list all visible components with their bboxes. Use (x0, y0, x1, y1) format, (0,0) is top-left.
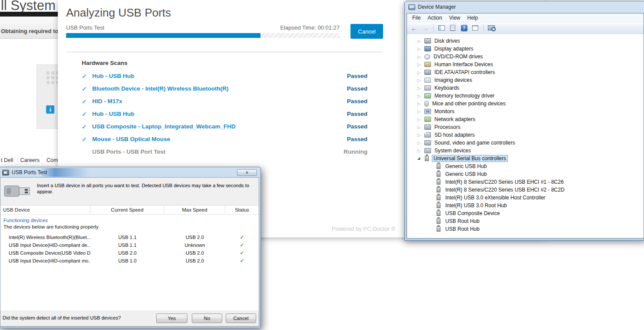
tree-item-dvd-cd-rom-drives[interactable]: ▷DVD/CD-ROM drives (407, 53, 644, 61)
help-button[interactable]: ? (459, 23, 469, 33)
tree-item-label: Generic USB Hub (444, 163, 488, 169)
usb-current-speed: USB 2.0 (90, 250, 164, 256)
tree-item-sd-host-adapters[interactable]: ▷SD host adapters (407, 131, 644, 139)
device-manager-titlebar[interactable]: Device Manager (405, 1, 644, 13)
expander-collapsed-icon[interactable]: ▷ (417, 133, 424, 138)
check-icon: ✓ (82, 73, 92, 80)
info-icon[interactable]: i (46, 105, 54, 114)
sd-host-icon (424, 132, 431, 138)
scan-status-label: Passed (347, 73, 367, 79)
usb-device-row[interactable]: USB Composite Device(USB Video D...USB 2… (0, 249, 259, 257)
column-status[interactable]: Status (225, 205, 259, 214)
usb-max-speed: Unknown (164, 242, 225, 248)
show-console-tree-button[interactable] (436, 23, 447, 33)
tree-item-monitors[interactable]: ▷Monitors (407, 108, 644, 115)
expander-collapsed-icon[interactable]: ▷ (417, 78, 424, 83)
expander-collapsed-icon[interactable]: ▷ (417, 47, 424, 51)
expander-collapsed-icon[interactable]: ▷ (417, 39, 424, 44)
help-icon: ? (461, 25, 467, 31)
tree-item-generic-usb-hub[interactable]: Generic USB Hub (407, 170, 644, 178)
tree-item-label: USB Root Hub (444, 218, 481, 224)
hardware-scans-heading: Hardware Scans (82, 60, 127, 66)
tree-item-label: IDE ATA/ATAPI controllers (433, 69, 496, 75)
column-usb-device[interactable]: USB Device (0, 205, 90, 214)
expander-expanded-icon[interactable] (417, 157, 424, 160)
scan-hardware-changes-button[interactable] (486, 23, 497, 33)
usb-device-icon (437, 179, 440, 185)
expander-collapsed-icon[interactable]: ▷ (417, 62, 424, 67)
menu-action[interactable]: Action (424, 15, 445, 21)
scan-status-label: Passed (347, 85, 367, 92)
expander-collapsed-icon[interactable]: ▷ (417, 148, 424, 153)
footer-link-contact-dell[interactable]: t Dell (1, 157, 13, 163)
usb-device-row[interactable]: USB Input Device(HID-compliant de...USB … (0, 241, 259, 249)
tree-item-intel-r-usb-3-0-root-hub[interactable]: Intel(R) USB 3.0 Root Hub (407, 202, 644, 209)
forward-button[interactable]: → (420, 23, 430, 33)
usb-device-name: USB Composite Device(USB Video D... (0, 250, 90, 256)
divider (66, 52, 383, 52)
expander-collapsed-icon[interactable]: ▷ (417, 86, 424, 91)
close-button[interactable]: × (237, 169, 257, 176)
tree-item-human-interface-devices[interactable]: ▷Human Interface Devices (407, 61, 644, 68)
menu-view[interactable]: View (446, 15, 464, 21)
tree-item-display-adapters[interactable]: ▷Display adapters (407, 45, 644, 53)
usb-device-rows: Intel(R) Wireless Bluetooth(R)(Bluet...U… (0, 233, 259, 265)
usb-device-row[interactable]: USB Input Device(HID-compliant mo...USB … (0, 257, 259, 265)
tree-item-disk-drives[interactable]: ▷Disk drives (407, 37, 644, 45)
tree-item-intel-r-usb-3-0-extensible-host-controller[interactable]: Intel(R) USB 3.0 eXtensible Host Control… (407, 194, 644, 202)
tree-item-imaging-devices[interactable]: ▷Imaging devices (407, 76, 644, 84)
back-button[interactable]: ← (409, 23, 419, 33)
tree-item-system-devices[interactable]: ▷System devices (407, 147, 644, 155)
no-button[interactable]: No (192, 313, 222, 323)
hardware-scan-row: ✓Mouse - USB Optical MousePassed (82, 133, 367, 145)
column-current-speed[interactable]: Current Speed (90, 205, 164, 214)
tree-item-label: SD host adapters (433, 132, 476, 138)
system-device-icon (424, 148, 431, 153)
scan-name-label: Hub - USB Hub (92, 111, 134, 117)
usb-device-row[interactable]: Intel(R) Wireless Bluetooth(R)(Bluet...U… (0, 233, 259, 241)
tree-item-usb-root-hub[interactable]: USB Root Hub (407, 225, 644, 233)
usb-dialog-titlebar[interactable]: USB Ports Test × (0, 168, 259, 177)
tree-item-intel-r-8-series-c220-series-usb-ehci-2-8c2d[interactable]: Intel(R) 8 Series/C220 Series USB EHCI #… (407, 186, 644, 194)
tree-item-sound-video-and-game-controllers[interactable]: ▷Sound, video and game controllers (407, 139, 644, 147)
expander-collapsed-icon[interactable]: ▷ (417, 109, 424, 114)
tree-item-keyboards[interactable]: ▷Keyboards (407, 84, 644, 92)
tree-item-ide-ata-atapi-controllers[interactable]: ▷IDE ATA/ATAPI controllers (407, 68, 644, 76)
usb-device-icon (437, 195, 440, 200)
close-icon: × (246, 170, 248, 175)
expander-collapsed-icon[interactable]: ▷ (417, 70, 424, 75)
tree-item-label: Keyboards (433, 85, 460, 91)
device-manager-menubar: File Action View Help (407, 13, 644, 22)
tree-item-intel-r-8-series-c220-series-usb-ehci-1-8c26[interactable]: Intel(R) 8 Series/C220 Series USB EHCI #… (407, 178, 644, 186)
grid-dots-decoration (47, 71, 59, 84)
tree-item-label: Universal Serial Bus controllers (432, 155, 508, 162)
expander-collapsed-icon[interactable]: ▷ (417, 117, 424, 122)
expander-collapsed-icon[interactable]: ▷ (417, 101, 424, 106)
yes-button[interactable]: Yes (156, 313, 187, 323)
expander-collapsed-icon[interactable]: ▷ (417, 94, 424, 98)
tree-item-usb-root-hub[interactable]: USB Root Hub (407, 217, 644, 225)
tree-item-universal-serial-bus-controllers[interactable]: Universal Serial Bus controllers (407, 155, 644, 162)
menu-help[interactable]: Help (464, 15, 482, 21)
status-ok-icon: ✓ (240, 242, 244, 248)
menu-file[interactable]: File (409, 15, 424, 21)
hardware-scan-row: ✓HID - M17xPassed (82, 95, 367, 108)
tree-item-mice-and-other-pointing-devices[interactable]: ▷Mice and other pointing devices (407, 100, 644, 108)
expander-collapsed-icon[interactable]: ▷ (417, 54, 424, 59)
tree-item-memory-technology-driver[interactable]: ▷Memory technology driver (407, 92, 644, 100)
column-max-speed[interactable]: Max Speed (164, 205, 225, 214)
usb-dialog-icon (2, 170, 9, 175)
usb-device-icon (437, 226, 440, 232)
tree-item-network-adapters[interactable]: ▷Network adapters (407, 115, 644, 123)
tree-item-usb-composite-device[interactable]: USB Composite Device (407, 209, 644, 217)
cancel-button[interactable]: Cancel (226, 313, 256, 323)
expander-collapsed-icon[interactable]: ▷ (417, 141, 424, 145)
tree-item-processors[interactable]: ▷Processors (407, 123, 644, 131)
properties-button[interactable] (447, 23, 458, 33)
tree-item-generic-usb-hub[interactable]: Generic USB Hub (407, 162, 644, 170)
cancel-test-button[interactable]: Cancel (350, 24, 383, 39)
scan-status-label: Passed (347, 136, 367, 142)
expander-collapsed-icon[interactable]: ▷ (417, 125, 424, 130)
export-list-button[interactable] (470, 23, 480, 33)
footer-link-careers[interactable]: Careers (20, 157, 39, 163)
